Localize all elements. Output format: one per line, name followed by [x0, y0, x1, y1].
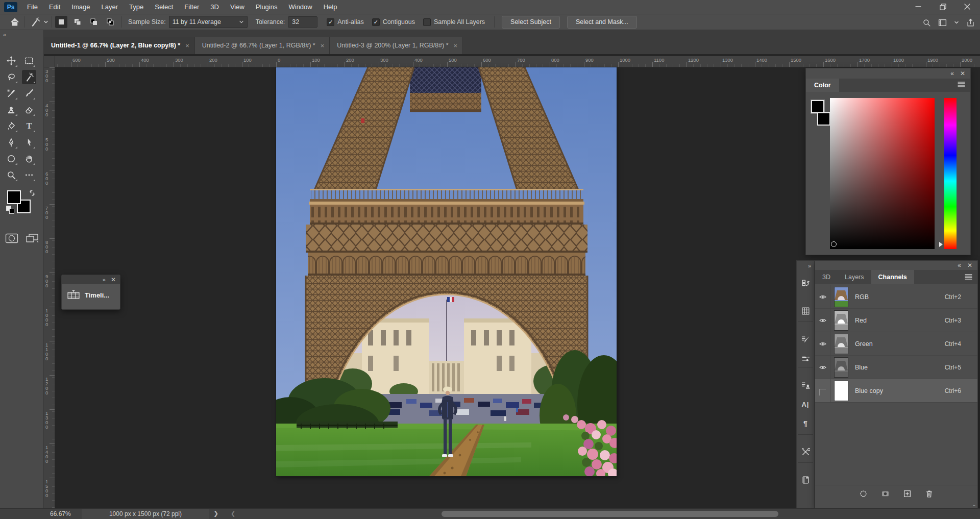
tab-layers[interactable]: Layers: [838, 270, 871, 284]
menu-view[interactable]: View: [225, 0, 250, 14]
magic-wand-tool-preset-icon[interactable]: [28, 16, 42, 28]
foreground-color-swatch[interactable]: [7, 190, 21, 204]
color-panel-menu-icon[interactable]: [958, 81, 965, 88]
tab-close-icon[interactable]: ×: [454, 42, 458, 50]
sample-size-select[interactable]: 11 by 11 Average: [169, 16, 248, 28]
lasso-tool[interactable]: [4, 70, 18, 84]
menu-image[interactable]: Image: [66, 0, 95, 14]
brush-settings-panel-icon[interactable]: [798, 332, 813, 347]
tab-close-icon[interactable]: ×: [185, 42, 189, 50]
checkbox-anti-alias[interactable]: ✓: [327, 18, 334, 26]
tab-close-icon[interactable]: ×: [321, 42, 325, 50]
timeline-label[interactable]: Timeli...: [85, 291, 109, 299]
visibility-eye-empty[interactable]: [815, 379, 830, 402]
new-channel-icon[interactable]: [903, 489, 912, 498]
subtract-from-selection-mode-icon[interactable]: [88, 16, 100, 28]
home-icon[interactable]: [8, 16, 21, 28]
rectangular-marquee-tool[interactable]: [22, 54, 36, 68]
channel-row-rgb[interactable]: RGBCtrl+2: [815, 285, 977, 309]
quick-mask-mode-icon[interactable]: [5, 233, 18, 243]
checkbox-contiguous[interactable]: ✓: [372, 18, 380, 26]
add-to-selection-mode-icon[interactable]: [71, 16, 84, 28]
hue-slider[interactable]: [944, 98, 957, 249]
channels-close-icon[interactable]: ✕: [967, 262, 972, 269]
saturation-brightness-field[interactable]: [830, 98, 935, 249]
visibility-eye-icon[interactable]: [815, 309, 830, 332]
menu-layer[interactable]: Layer: [96, 0, 124, 14]
paragraph-panel-icon[interactable]: ¶: [798, 416, 813, 431]
tolerance-input[interactable]: 32: [288, 16, 317, 28]
ruler-corner[interactable]: [44, 56, 55, 67]
eraser-tool[interactable]: [22, 103, 36, 117]
color-panel-close-icon[interactable]: ✕: [960, 70, 965, 77]
menu-file[interactable]: File: [21, 0, 43, 14]
load-selection-icon[interactable]: [859, 489, 868, 498]
paint-bucket-tool[interactable]: [4, 119, 18, 133]
expand-dock-icon[interactable]: »: [808, 263, 811, 269]
channels-panel-menu-icon[interactable]: [965, 274, 972, 280]
close-button[interactable]: [962, 2, 973, 12]
canvas-image[interactable]: [276, 67, 617, 476]
color-panel-background-swatch[interactable]: [817, 112, 830, 126]
channel-row-blue-copy[interactable]: Blue copyCtrl+6: [815, 379, 977, 403]
select-subject-button[interactable]: Select Subject: [502, 16, 560, 29]
menu-plugins[interactable]: Plugins: [250, 0, 283, 14]
tab-color[interactable]: Color: [806, 79, 839, 92]
color-picker-marker[interactable]: [831, 241, 837, 247]
hand-tool[interactable]: [22, 152, 36, 166]
history-panel-icon[interactable]: [798, 276, 813, 290]
visibility-eye-icon[interactable]: [815, 356, 830, 379]
save-selection-as-mask-icon[interactable]: [881, 489, 890, 498]
delete-channel-icon[interactable]: [925, 489, 934, 498]
libraries-panel-icon[interactable]: [798, 473, 813, 487]
zoom-tool[interactable]: [4, 168, 18, 182]
tab-channels[interactable]: Channels: [871, 270, 914, 284]
workspace-icon[interactable]: [938, 18, 947, 27]
menu-help[interactable]: Help: [318, 0, 343, 14]
menu-filter[interactable]: Filter: [179, 0, 205, 14]
swatches-panel-icon[interactable]: [798, 304, 813, 318]
tab-3d[interactable]: 3D: [815, 270, 838, 284]
chevron-down-icon[interactable]: [43, 19, 48, 24]
menu-type[interactable]: Type: [124, 0, 149, 14]
select-and-mask-button[interactable]: Select and Mask...: [567, 16, 637, 29]
menu-window[interactable]: Window: [283, 0, 317, 14]
checkbox-sample-all-layers[interactable]: [423, 18, 431, 26]
clone-source-panel-icon[interactable]: [798, 378, 813, 392]
timeline-expand-icon[interactable]: »: [103, 277, 106, 283]
move-tool[interactable]: [4, 54, 18, 68]
swap-colors-icon[interactable]: [29, 189, 36, 196]
chevron-down-icon[interactable]: [954, 20, 959, 25]
scroll-left-icon[interactable]: ❮: [231, 510, 235, 517]
more-tool[interactable]: [22, 168, 36, 182]
restore-button[interactable]: [937, 2, 948, 12]
character-panel-icon[interactable]: A|: [798, 397, 813, 411]
brush-tool[interactable]: [22, 86, 36, 101]
type-tool[interactable]: T: [22, 119, 36, 133]
tools-panel-icon[interactable]: [798, 444, 813, 459]
eyedropper-tool[interactable]: [4, 86, 18, 101]
channel-row-green[interactable]: GreenCtrl+4: [815, 332, 977, 356]
color-panel-collapse-icon[interactable]: «: [950, 70, 954, 77]
new-selection-mode-icon[interactable]: [55, 16, 67, 28]
dock-scroll-chevron-icon[interactable]: ⌄: [972, 501, 976, 508]
zoom-level-field[interactable]: 66.67%: [50, 510, 71, 517]
menu-edit[interactable]: Edit: [43, 0, 66, 14]
clone-stamp-tool[interactable]: [4, 103, 18, 117]
intersect-selection-mode-icon[interactable]: [104, 16, 116, 28]
document-tab-2[interactable]: Untitled-2 @ 66.7% (Layer 1, RGB/8#) *×: [195, 37, 330, 54]
share-icon[interactable]: [966, 18, 975, 27]
document-tab-1[interactable]: Untitled-1 @ 66.7% (Layer 2, Blue copy/8…: [44, 37, 195, 54]
channel-row-red[interactable]: RedCtrl+3: [815, 309, 977, 332]
document-tab-3[interactable]: Untitled-3 @ 200% (Layer 1, RGB/8#) *×: [330, 37, 463, 54]
channels-collapse-icon[interactable]: «: [958, 262, 961, 269]
collapse-tools-icon[interactable]: «: [3, 32, 6, 38]
minimize-button[interactable]: [913, 2, 924, 12]
pen-tool[interactable]: [4, 135, 18, 150]
visibility-eye-icon[interactable]: [815, 332, 830, 355]
menu-select[interactable]: Select: [149, 0, 179, 14]
menu-3d[interactable]: 3D: [205, 0, 225, 14]
status-options-chevron-icon[interactable]: ❯: [213, 510, 218, 517]
visibility-eye-icon[interactable]: [815, 285, 830, 308]
ellipse-tool[interactable]: [4, 152, 18, 166]
